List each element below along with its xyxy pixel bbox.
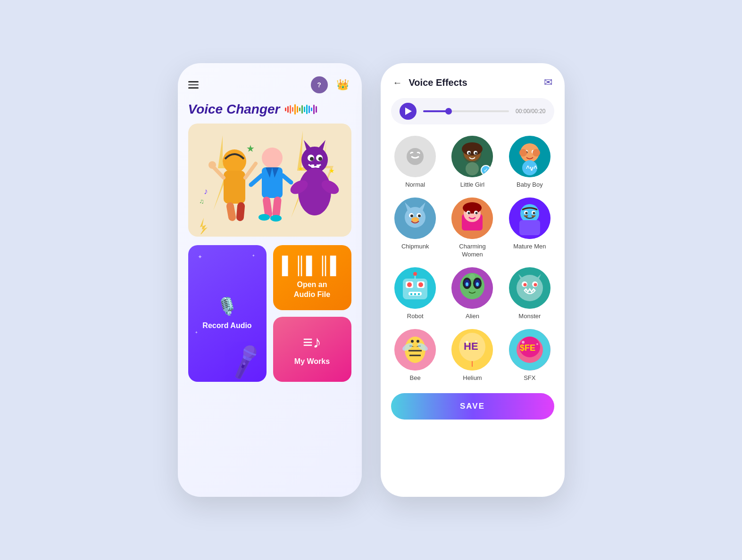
audio-wave-icon: ▌║▌║▌ xyxy=(282,255,342,275)
my-works-button[interactable]: ≡♪ My Works xyxy=(273,317,351,382)
svg-rect-19 xyxy=(272,196,282,218)
my-works-label: My Works xyxy=(294,357,330,367)
sfx-avatar: $FE xyxy=(509,329,550,371)
effect-chipmunk[interactable]: Chipmunk xyxy=(391,198,440,259)
svg-point-67 xyxy=(411,217,419,222)
voice-effects-screen: ← Voice Effects ✉ 00:00/00:20 xyxy=(381,63,565,497)
save-button[interactable]: SAVE xyxy=(391,393,554,420)
svg-point-103 xyxy=(466,282,468,286)
playlist-icon: ≡♪ xyxy=(303,332,321,352)
waveform-decoration xyxy=(285,104,317,115)
svg-rect-86 xyxy=(403,279,427,299)
svg-rect-93 xyxy=(414,293,416,295)
monster-avatar xyxy=(509,267,550,309)
menu-button[interactable] xyxy=(188,81,199,89)
time-display: 00:00/00:20 xyxy=(516,108,545,115)
app-title: Voice Changer xyxy=(188,102,351,117)
alien-label: Alien xyxy=(466,313,479,321)
svg-point-66 xyxy=(418,214,421,217)
effect-bee[interactable]: Bee xyxy=(391,329,440,382)
progress-fill xyxy=(423,110,449,112)
crown-button[interactable]: 👑 xyxy=(334,76,351,93)
svg-point-73 xyxy=(463,202,482,214)
little-girl-avatar: ✓ xyxy=(451,136,493,177)
svg-text:★: ★ xyxy=(329,167,335,174)
svg-point-12 xyxy=(262,148,283,168)
record-audio-button[interactable]: ✦ ✦ ✦ 🎙️ Record Audio 🎤 xyxy=(188,245,267,382)
svg-rect-13 xyxy=(262,167,283,198)
effect-sfx[interactable]: $FE SFX xyxy=(505,329,554,382)
hero-banner: ♪ ♫ xyxy=(188,124,351,237)
play-button[interactable] xyxy=(400,103,417,120)
svg-point-55 xyxy=(519,149,527,156)
open-audio-button[interactable]: ▌║▌║▌ Open anAudio File xyxy=(273,245,351,310)
svg-line-17 xyxy=(283,175,291,182)
svg-marker-23 xyxy=(304,140,311,150)
effect-helium[interactable]: HE Helium xyxy=(448,329,497,382)
svg-point-21 xyxy=(270,215,282,222)
svg-marker-38 xyxy=(199,218,208,234)
svg-point-113 xyxy=(534,283,537,286)
action-buttons-grid: ✦ ✦ ✦ 🎙️ Record Audio 🎤 ▌║▌║▌ Open anAud… xyxy=(188,245,351,382)
open-audio-label: Open anAudio File xyxy=(294,280,330,300)
record-audio-label: Record Audio xyxy=(202,321,251,331)
svg-point-120 xyxy=(411,340,414,343)
selected-badge: ✓ xyxy=(481,165,491,175)
normal-label: Normal xyxy=(405,181,425,189)
svg-marker-24 xyxy=(318,140,325,150)
svg-point-56 xyxy=(533,149,540,156)
mic-icon: 🎙️ xyxy=(217,296,238,316)
svg-point-105 xyxy=(469,274,475,280)
mail-icon[interactable]: ✉ xyxy=(544,76,552,89)
charming-women-label: CharmingWomen xyxy=(459,243,485,259)
svg-text:♪: ♪ xyxy=(204,187,208,196)
hero-illustration: ♪ ♫ xyxy=(190,126,350,234)
monster-label: Monster xyxy=(518,313,541,321)
svg-point-121 xyxy=(417,340,419,343)
svg-rect-4 xyxy=(224,171,245,204)
svg-rect-8 xyxy=(225,202,236,222)
svg-text:★: ★ xyxy=(246,143,255,154)
normal-avatar xyxy=(394,136,436,177)
svg-point-134 xyxy=(522,341,525,344)
effect-monster[interactable]: Monster xyxy=(505,267,554,321)
progress-bar[interactable] xyxy=(423,110,509,112)
effect-baby-boy[interactable]: ^v^ Baby Boy xyxy=(505,136,554,189)
svg-rect-80 xyxy=(519,220,540,235)
svg-point-39 xyxy=(407,148,424,165)
mature-men-avatar xyxy=(509,198,550,239)
effect-normal[interactable]: Normal xyxy=(391,136,440,189)
svg-point-20 xyxy=(258,214,270,221)
svg-point-77 xyxy=(475,212,478,214)
svg-point-89 xyxy=(407,282,412,287)
effect-little-girl[interactable]: ✓ Little Girl xyxy=(448,136,497,189)
audio-player: 00:00/00:20 xyxy=(391,98,554,124)
svg-point-48 xyxy=(466,162,479,175)
svg-line-16 xyxy=(251,175,262,185)
svg-text:$FE: $FE xyxy=(520,343,535,353)
svg-text:♫: ♫ xyxy=(199,198,204,205)
svg-line-6 xyxy=(245,164,256,178)
effect-charming-women[interactable]: CharmingWomen xyxy=(448,198,497,259)
svg-point-129 xyxy=(475,340,477,342)
svg-point-112 xyxy=(523,283,526,286)
help-button[interactable]: ? xyxy=(311,76,328,93)
back-button[interactable]: ← Voice Effects xyxy=(393,77,467,88)
charming-women-avatar xyxy=(451,198,493,239)
svg-point-135 xyxy=(536,343,538,345)
svg-rect-30 xyxy=(317,165,319,168)
robot-label: Robot xyxy=(407,313,424,321)
effect-mature-men[interactable]: Mature Men xyxy=(505,198,554,259)
svg-point-43 xyxy=(462,142,483,156)
robot-avatar xyxy=(394,267,436,309)
effect-alien[interactable]: Alien xyxy=(448,267,497,321)
bee-avatar xyxy=(394,329,436,371)
effect-robot[interactable]: Robot xyxy=(391,267,440,321)
voice-changer-screen: ? 👑 Voice Changer xyxy=(178,63,362,497)
svg-point-90 xyxy=(418,282,423,287)
progress-thumb xyxy=(445,108,452,115)
back-arrow-icon: ← xyxy=(393,77,402,88)
svg-point-47 xyxy=(475,152,477,155)
mic-decoration: 🎤 xyxy=(225,342,266,382)
effects-grid: Normal ✓ Little Girl ^v^ Baby Boy xyxy=(391,136,554,382)
